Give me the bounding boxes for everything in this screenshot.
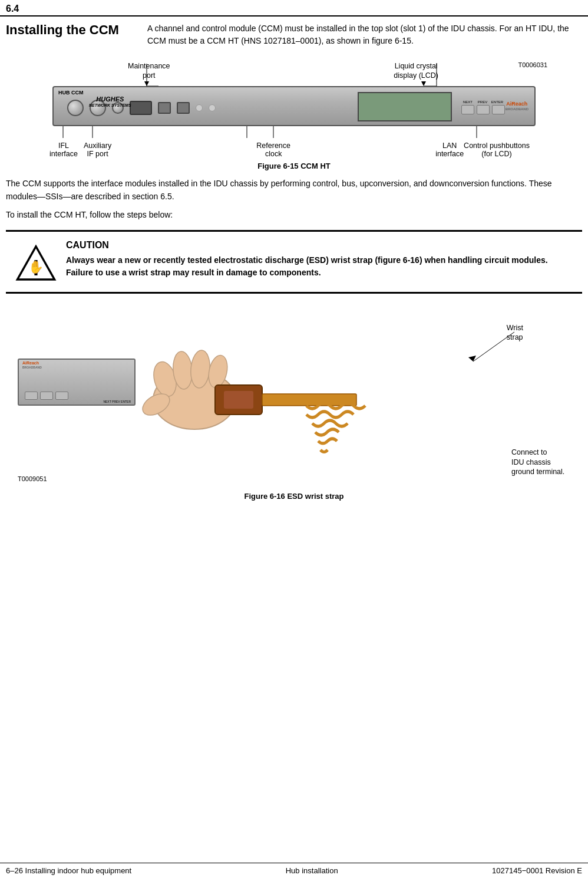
enter-label: ENTER (491, 100, 504, 104)
footer-center: Hub installation (286, 866, 338, 875)
lcd-display (358, 92, 452, 121)
hub-ccm-label: HUB CCM (58, 90, 84, 96)
hand-wrist-svg (100, 317, 371, 482)
ifl-port (67, 100, 84, 116)
t-ref-616: T0009051 (18, 475, 47, 482)
footer-left: 6–26 Installing indoor hub equipment (6, 866, 131, 875)
lan-port (177, 102, 190, 114)
hughes-logo: HUGHES NETWORK SYSTEMS (89, 96, 131, 108)
aireach-logo: AiReach BROADBAND (506, 101, 528, 111)
control-buttons-area: NEXT PREV ENTER (461, 87, 505, 127)
ccm-strip: HUB CCM HUGHES NETWORK SYSTEMS (52, 86, 536, 126)
page-number: 6.4 (0, 0, 588, 17)
enter-button[interactable] (492, 105, 505, 114)
lcd-label: Liquid crystaldisplay (LCD) (394, 61, 438, 81)
caution-triangle-icon: ! ✋ (15, 242, 57, 284)
led1 (196, 104, 203, 111)
figure-616-caption: Figure 6-16 ESD wrist strap (6, 492, 582, 501)
ifl-label: IFLinterface (49, 142, 78, 158)
ccm-ports (64, 100, 216, 116)
control-pushbuttons-label: Control pushbuttons(for LCD) (464, 142, 530, 158)
bottom-labels-row: IFLinterface AuxiliaryIF port Referencec… (41, 126, 547, 158)
db9-port (130, 101, 152, 115)
esd-figure: AiReach BROADBAND NEXT PREV ENTER (6, 305, 582, 501)
section-title: Installing the CCM (6, 22, 136, 38)
footer-right: 1027145−0001 Revision E (492, 866, 582, 875)
prev-label: PREV (476, 100, 489, 104)
connect-label: Connect toIDU chassisground terminal. (511, 448, 582, 476)
esd-image-container: AiReach BROADBAND NEXT PREV ENTER (6, 305, 582, 488)
figure-615-caption: Figure 6-15 CCM HT (6, 162, 582, 170)
svg-rect-21 (224, 391, 253, 409)
body-text-2: To install the CCM HT, follow the steps … (6, 209, 582, 222)
intro-text: A channel and control module (CCM) must … (147, 22, 582, 47)
ref-clock-port (158, 102, 171, 114)
footer: 6–26 Installing indoor hub equipment Hub… (0, 863, 588, 878)
prev-button[interactable] (477, 105, 490, 114)
maintenance-port-label: Maintenanceport (128, 61, 170, 81)
caution-body: Always wear a new or recently tested ele… (66, 254, 573, 279)
wrist-strap-label: Wriststrap (507, 323, 523, 343)
next-button[interactable] (461, 105, 474, 114)
caution-title: CAUTION (66, 240, 573, 251)
svg-marker-24 (468, 356, 476, 361)
led2 (209, 104, 216, 111)
svg-text:✋: ✋ (28, 259, 44, 275)
lan-label: LANinterface (435, 142, 464, 158)
aux-if-label: AuxiliaryIF port (84, 142, 111, 158)
body-text-1: The CCM supports the interface modules i… (6, 177, 582, 203)
ref-clock-label: Referenceclock (111, 142, 435, 158)
caution-box: ! ✋ CAUTION Always wear a new or recentl… (6, 230, 582, 294)
caution-content: CAUTION Always wear a new or recently te… (66, 240, 573, 279)
t-ref-615: T0006031 (518, 61, 547, 68)
next-label: NEXT (461, 100, 474, 104)
